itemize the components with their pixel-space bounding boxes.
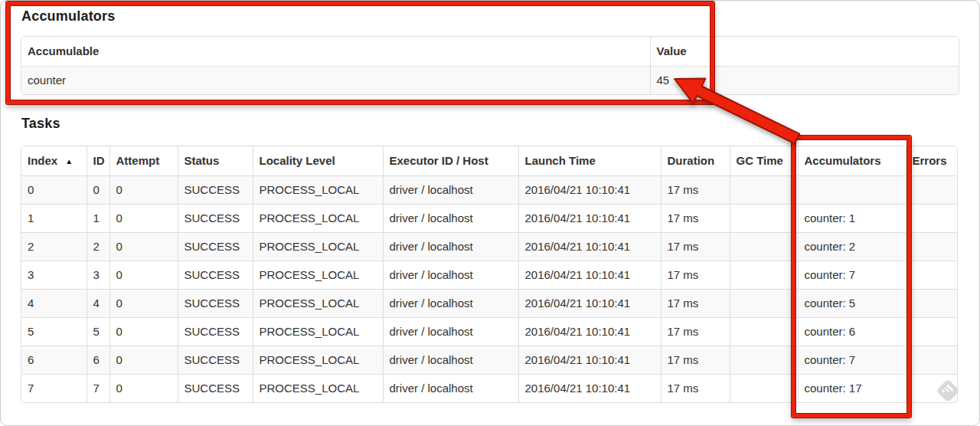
task-row: 110SUCCESSPROCESS_LOCALdriver / localhos… xyxy=(21,204,957,232)
task-row: 220SUCCESSPROCESS_LOCALdriver / localhos… xyxy=(21,232,957,261)
task-cell-index: 2 xyxy=(21,232,87,261)
task-cell-attempt: 0 xyxy=(109,317,178,346)
task-row: 330SUCCESSPROCESS_LOCALdriver / localhos… xyxy=(21,261,957,289)
task-cell-gc-time xyxy=(730,317,798,346)
locality-level-column-header[interactable]: Locality Level xyxy=(253,146,383,175)
task-cell-gc-time xyxy=(730,374,798,402)
task-cell-gc-time xyxy=(730,346,798,374)
task-cell-status: SUCCESS xyxy=(178,175,253,204)
task-cell-id: 3 xyxy=(87,261,109,289)
task-cell-errors xyxy=(906,317,957,346)
task-cell-index: 3 xyxy=(21,261,87,289)
accumulable-name-cell: counter xyxy=(21,66,650,94)
task-row: 550SUCCESSPROCESS_LOCALdriver / localhos… xyxy=(21,317,957,346)
task-cell-launch-time: 2016/04/21 10:10:41 xyxy=(518,175,661,204)
task-row: 440SUCCESSPROCESS_LOCALdriver / localhos… xyxy=(21,289,957,317)
index-column-header-label: Index xyxy=(28,154,57,167)
task-cell-accumulators: counter: 7 xyxy=(798,261,906,289)
task-cell-locality-level: PROCESS_LOCAL xyxy=(253,374,383,402)
task-cell-id: 6 xyxy=(87,346,109,374)
task-cell-executor-id-host: driver / localhost xyxy=(383,289,518,317)
task-cell-id: 5 xyxy=(87,317,109,346)
task-cell-launch-time: 2016/04/21 10:10:41 xyxy=(518,374,661,402)
task-cell-accumulators: counter: 7 xyxy=(798,346,906,374)
task-cell-id: 4 xyxy=(87,289,109,317)
task-cell-index: 1 xyxy=(21,204,87,232)
task-cell-locality-level: PROCESS_LOCAL xyxy=(253,346,383,374)
accumulators-column-header[interactable]: Accumulators xyxy=(798,146,906,175)
task-cell-executor-id-host: driver / localhost xyxy=(383,261,518,289)
task-cell-errors xyxy=(906,204,957,232)
task-cell-index: 7 xyxy=(21,374,87,402)
task-cell-duration: 17 ms xyxy=(661,346,730,374)
task-cell-attempt: 0 xyxy=(109,204,178,232)
task-cell-errors xyxy=(906,346,957,374)
task-cell-gc-time xyxy=(730,289,798,317)
task-cell-accumulators: counter: 6 xyxy=(798,317,906,346)
task-cell-duration: 17 ms xyxy=(661,317,730,346)
task-cell-errors xyxy=(906,261,957,289)
task-cell-executor-id-host: driver / localhost xyxy=(383,346,518,374)
task-cell-duration: 17 ms xyxy=(661,175,730,204)
id-column-header[interactable]: ID xyxy=(87,146,109,175)
task-row: 000SUCCESSPROCESS_LOCALdriver / localhos… xyxy=(21,175,957,204)
tasks-table-body: 000SUCCESSPROCESS_LOCALdriver / localhos… xyxy=(21,175,957,402)
errors-column-header[interactable]: Errors xyxy=(906,146,957,175)
tasks-table: Index▲ ID Attempt Status Locality Level … xyxy=(21,146,958,403)
task-cell-id: 7 xyxy=(87,374,109,402)
task-cell-executor-id-host: driver / localhost xyxy=(383,204,518,232)
task-cell-status: SUCCESS xyxy=(178,374,253,402)
task-cell-launch-time: 2016/04/21 10:10:41 xyxy=(518,261,661,289)
gc-time-column-header[interactable]: GC Time xyxy=(730,146,798,175)
launch-time-column-header[interactable]: Launch Time xyxy=(518,146,661,175)
accumulable-value-cell: 45 xyxy=(650,66,959,94)
task-cell-errors xyxy=(906,289,957,317)
task-cell-gc-time xyxy=(730,175,798,204)
attempt-column-header[interactable]: Attempt xyxy=(109,146,178,175)
task-row: 660SUCCESSPROCESS_LOCALdriver / localhos… xyxy=(21,346,957,374)
tasks-table-header-row: Index▲ ID Attempt Status Locality Level … xyxy=(21,146,957,175)
task-row: 770SUCCESSPROCESS_LOCALdriver / localhos… xyxy=(21,374,957,402)
task-cell-accumulators: counter: 1 xyxy=(798,204,906,232)
accumulable-column-header: Accumulable xyxy=(21,37,650,66)
task-cell-accumulators: counter: 2 xyxy=(798,232,906,261)
task-cell-gc-time xyxy=(730,204,798,232)
task-cell-index: 5 xyxy=(21,317,87,346)
tasks-section-title: Tasks xyxy=(21,116,60,132)
task-cell-executor-id-host: driver / localhost xyxy=(383,175,518,204)
task-cell-locality-level: PROCESS_LOCAL xyxy=(253,204,383,232)
task-cell-attempt: 0 xyxy=(109,346,178,374)
executor-id-host-column-header[interactable]: Executor ID / Host xyxy=(383,146,518,175)
task-cell-launch-time: 2016/04/21 10:10:41 xyxy=(518,346,661,374)
sort-asc-icon: ▲ xyxy=(65,157,73,165)
task-cell-locality-level: PROCESS_LOCAL xyxy=(253,261,383,289)
task-cell-id: 1 xyxy=(87,204,109,232)
accumulators-table: Accumulable Value counter 45 xyxy=(21,36,959,95)
task-cell-status: SUCCESS xyxy=(178,204,253,232)
task-cell-locality-level: PROCESS_LOCAL xyxy=(253,317,383,346)
task-cell-duration: 17 ms xyxy=(661,261,730,289)
value-column-header: Value xyxy=(650,37,959,66)
task-cell-id: 2 xyxy=(87,232,109,261)
task-cell-executor-id-host: driver / localhost xyxy=(383,317,518,346)
task-cell-executor-id-host: driver / localhost xyxy=(383,232,518,261)
status-column-header[interactable]: Status xyxy=(178,146,253,175)
task-cell-attempt: 0 xyxy=(109,175,178,204)
duration-column-header[interactable]: Duration xyxy=(661,146,730,175)
task-cell-duration: 17 ms xyxy=(661,232,730,261)
task-cell-attempt: 0 xyxy=(109,289,178,317)
task-cell-errors xyxy=(906,175,957,204)
task-cell-gc-time xyxy=(730,232,798,261)
task-cell-duration: 17 ms xyxy=(661,204,730,232)
task-cell-attempt: 0 xyxy=(109,232,178,261)
task-cell-locality-level: PROCESS_LOCAL xyxy=(253,175,383,204)
task-cell-status: SUCCESS xyxy=(178,261,253,289)
task-cell-index: 4 xyxy=(21,289,87,317)
index-column-header[interactable]: Index▲ xyxy=(21,146,87,175)
task-cell-accumulators: counter: 5 xyxy=(798,289,906,317)
task-cell-launch-time: 2016/04/21 10:10:41 xyxy=(518,317,661,346)
task-cell-attempt: 0 xyxy=(109,374,178,402)
task-cell-id: 0 xyxy=(87,175,109,204)
task-cell-duration: 17 ms xyxy=(661,374,730,402)
task-cell-locality-level: PROCESS_LOCAL xyxy=(253,232,383,261)
